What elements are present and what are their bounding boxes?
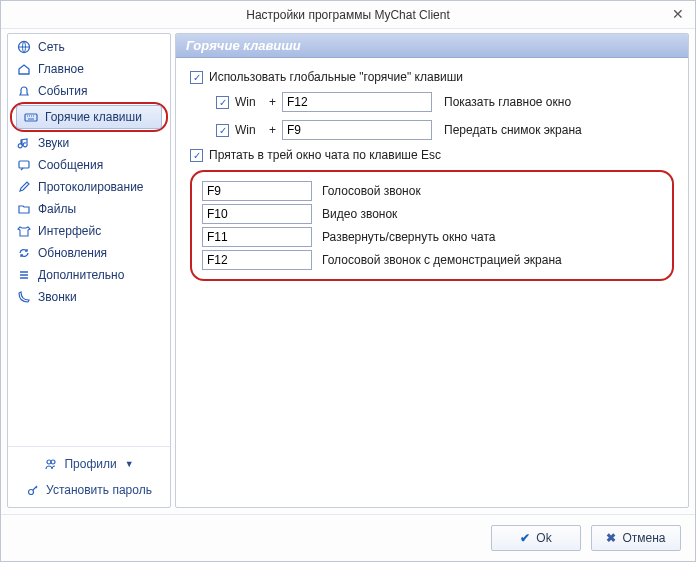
hotkey-input-toggle-chat[interactable] [202,227,312,247]
win-checkbox-2[interactable]: ✓ [216,124,229,137]
hide-tray-label: Прятать в трей окно чата по клавише Esc [209,148,441,162]
sidebar-item-label: Файлы [38,202,76,216]
hotkey-input-voice-call[interactable] [202,181,312,201]
key-icon [26,483,40,497]
sidebar-item-label: Звонки [38,290,77,304]
hotkey-input-show-main[interactable] [282,92,432,112]
titlebar: Настройки программы MyChat Client ✕ [1,1,695,29]
panel-title: Горячие клавиши [176,34,688,58]
svg-rect-1 [25,114,37,121]
window-title: Настройки программы MyChat Client [246,8,450,22]
settings-window: Настройки программы MyChat Client ✕ Сеть… [0,0,696,562]
hotkey-desc-video-call: Видео звонок [322,207,397,221]
hotkey-row-voice-call: Голосовой звонок [202,181,662,201]
sidebar-item-label: Сеть [38,40,65,54]
cancel-button[interactable]: ✖ Отмена [591,525,681,551]
panel-body: ✓ Использовать глобальные "горячие" клав… [176,58,688,293]
use-global-checkbox[interactable]: ✓ [190,71,203,84]
win-label-1: Win [235,95,263,109]
sidebar-item-interface[interactable]: Интерфейс [8,220,170,242]
sidebar-item-events[interactable]: События [8,80,170,102]
profiles-button[interactable]: Профили ▼ [8,451,170,477]
folder-icon [16,201,32,217]
sidebar-item-label: Обновления [38,246,107,260]
check-icon: ✔ [520,531,530,545]
hotkey-row-toggle-chat: Развернуть/свернуть окно чата [202,227,662,247]
home-icon [16,61,32,77]
message-icon [16,157,32,173]
sidebar-item-label: Интерфейс [38,224,101,238]
win-label-2: Win [235,123,263,137]
refresh-icon [16,245,32,261]
sidebar-item-additional[interactable]: Дополнительно [8,264,170,286]
x-icon: ✖ [606,531,616,545]
sidebar-item-hotkeys[interactable]: Горячие клавиши [16,105,162,129]
hotkey-desc-show-main: Показать главное окно [444,95,571,109]
keyboard-icon [23,109,39,125]
hotkey-row-voice-screen: Голосовой звонок с демонстрацией экрана [202,250,662,270]
close-icon: ✕ [672,6,684,22]
sidebar-item-label: Главное [38,62,84,76]
sidebar-item-label: Протоколирование [38,180,144,194]
sidebar-item-label: Звуки [38,136,69,150]
sidebar-item-main[interactable]: Главное [8,58,170,80]
users-icon [44,457,58,471]
plus-2: + [269,123,276,137]
svg-point-5 [29,490,34,495]
hide-tray-checkbox[interactable]: ✓ [190,149,203,162]
ok-button[interactable]: ✔ Ok [491,525,581,551]
sidebar-item-calls[interactable]: Звонки [8,286,170,308]
hotkey-row-screenshot: ✓ Win + Передать снимок экрана [216,120,674,140]
hotkey-desc-voice-call: Голосовой звонок [322,184,421,198]
sidebar-item-network[interactable]: Сеть [8,36,170,58]
use-global-row[interactable]: ✓ Использовать глобальные "горячие" клав… [190,70,674,84]
cancel-label: Отмена [622,531,665,545]
nav-list: Сеть Главное События [8,34,170,446]
pencil-icon [16,179,32,195]
footer: ✔ Ok ✖ Отмена [1,514,695,561]
sidebar-item-label: События [38,84,88,98]
sidebar-item-updates[interactable]: Обновления [8,242,170,264]
set-password-button[interactable]: Установить пароль [8,477,170,503]
sidebar: Сеть Главное События [7,33,171,508]
network-icon [16,39,32,55]
sidebar-item-label: Сообщения [38,158,103,172]
sidebar-item-label: Горячие клавиши [45,110,142,124]
svg-rect-2 [19,161,29,168]
list-icon [16,267,32,283]
sidebar-item-files[interactable]: Файлы [8,198,170,220]
use-global-label: Использовать глобальные "горячие" клавиш… [209,70,463,84]
sidebar-item-sounds[interactable]: Звуки [8,132,170,154]
bell-icon [16,83,32,99]
phone-icon [16,289,32,305]
sidebar-item-label: Дополнительно [38,268,124,282]
hotkey-desc-screenshot: Передать снимок экрана [444,123,582,137]
sidebar-item-messages[interactable]: Сообщения [8,154,170,176]
chevron-down-icon: ▼ [125,459,134,469]
hotkey-desc-toggle-chat: Развернуть/свернуть окно чата [322,230,496,244]
music-icon [16,135,32,151]
hotkeys-highlight-box: Голосовой звонок Видео звонок Развернуть… [190,170,674,281]
hotkey-input-screenshot[interactable] [282,120,432,140]
close-button[interactable]: ✕ [669,5,687,23]
hotkey-row-video-call: Видео звонок [202,204,662,224]
hotkey-input-voice-screen[interactable] [202,250,312,270]
main-panel: Горячие клавиши ✓ Использовать глобальны… [175,33,689,508]
win-checkbox-1[interactable]: ✓ [216,96,229,109]
hotkey-desc-voice-screen: Голосовой звонок с демонстрацией экрана [322,253,562,267]
tshirt-icon [16,223,32,239]
hide-tray-row[interactable]: ✓ Прятать в трей окно чата по клавише Es… [190,148,674,162]
set-password-label: Установить пароль [46,483,152,497]
profiles-label: Профили [64,457,116,471]
highlight-annotation: Горячие клавиши [10,102,168,132]
sidebar-item-logging[interactable]: Протоколирование [8,176,170,198]
hotkey-input-video-call[interactable] [202,204,312,224]
hotkey-row-show-main: ✓ Win + Показать главное окно [216,92,674,112]
plus-1: + [269,95,276,109]
sidebar-bottom: Профили ▼ Установить пароль [8,446,170,507]
svg-point-4 [51,460,55,464]
body: Сеть Главное События [1,29,695,514]
ok-label: Ok [536,531,551,545]
